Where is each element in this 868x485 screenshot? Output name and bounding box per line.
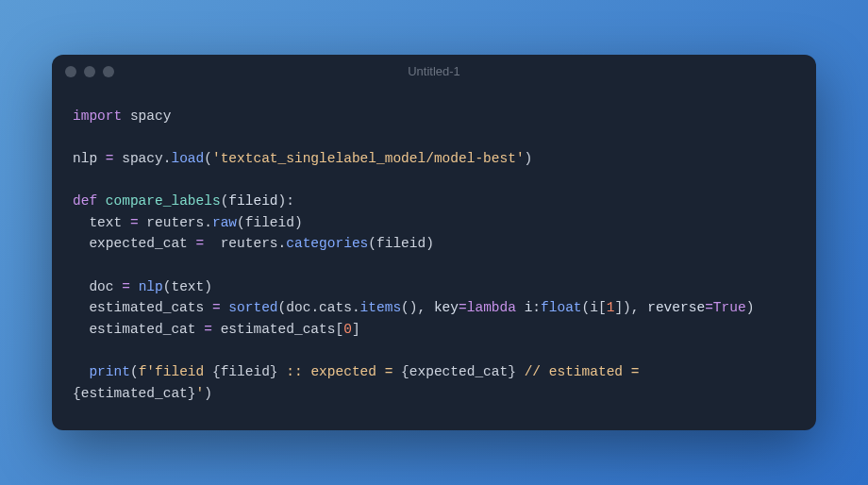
module-ref: spacy (114, 151, 163, 166)
dot: . (352, 300, 360, 315)
op: = (106, 151, 114, 166)
var: reuters (204, 236, 277, 251)
args: (doc (278, 300, 311, 315)
fstring-expr: {fileid} (212, 364, 278, 379)
kwarg: key (434, 300, 459, 315)
op: = (212, 300, 221, 315)
kw-def: def (73, 193, 97, 209)
op: = (130, 215, 139, 230)
dot: . (204, 215, 212, 230)
number: 0 (343, 322, 352, 337)
param: fileid (228, 193, 277, 209)
paren: ( (130, 364, 139, 379)
var: nlp (73, 151, 106, 166)
maximize-icon[interactable] (103, 66, 114, 77)
fn-call: load (171, 151, 204, 166)
space (516, 300, 525, 315)
op: = (459, 300, 467, 315)
editor-window: Untitled-1 import spacy nlp = spacy.load… (52, 55, 816, 431)
indent (73, 364, 89, 379)
var: reuters (139, 215, 205, 230)
space (97, 193, 106, 209)
colon: : (532, 300, 541, 315)
space (130, 279, 139, 294)
args: ]), (614, 300, 647, 315)
dot: . (310, 300, 319, 315)
titlebar: Untitled-1 (52, 55, 816, 89)
fn-name: compare_labels (106, 193, 221, 209)
code-content[interactable]: import spacy nlp = spacy.load('textcat_s… (52, 89, 816, 431)
paren: ) (204, 386, 212, 401)
fn-call: categories (286, 236, 368, 251)
kw-lambda: lambda (467, 300, 516, 315)
builtin: sorted (228, 300, 277, 315)
fstring: :: expected = (278, 364, 402, 379)
var: text (73, 215, 130, 230)
op: = (705, 300, 713, 315)
var: doc (73, 279, 122, 294)
fn-call: nlp (139, 279, 163, 294)
paren: ) (525, 151, 533, 166)
args: (fileid) (237, 215, 303, 230)
kw-import: import (73, 109, 122, 124)
builtin: float (541, 300, 582, 315)
paren: ) (746, 300, 755, 315)
args: (text) (163, 279, 212, 294)
paren: ( (204, 151, 212, 166)
close-icon[interactable] (65, 66, 76, 77)
string: 'textcat_singlelabel_model/model-best' (212, 151, 525, 166)
fn-call: raw (212, 215, 237, 230)
minimize-icon[interactable] (84, 66, 95, 77)
fstring-expr: {estimated_cat} (73, 386, 196, 401)
bracket: ] (352, 322, 360, 337)
fstring: // estimated = (516, 364, 647, 379)
var: estimated_cats (73, 300, 212, 315)
module-name: spacy (122, 109, 171, 124)
kw-true: True (713, 300, 746, 315)
builtin: print (89, 364, 130, 379)
args: (i[ (582, 300, 607, 315)
attr: cats (319, 300, 352, 315)
fn-call: items (360, 300, 402, 315)
fstring: f'fileid (139, 364, 212, 379)
kwarg: reverse (647, 300, 705, 315)
op: = (196, 236, 205, 251)
op: = (204, 322, 212, 337)
traffic-lights (65, 66, 114, 77)
op: = (122, 279, 130, 294)
fstring-expr: {expected_cat} (401, 364, 516, 379)
args: (), (401, 300, 434, 315)
var: estimated_cats[ (212, 322, 343, 337)
dot: . (278, 236, 287, 251)
var: estimated_cat (73, 322, 204, 337)
paren: ): (278, 193, 294, 209)
var: expected_cat (73, 236, 196, 251)
args: (fileid) (368, 236, 434, 251)
fstring: ' (196, 386, 205, 401)
window-title: Untitled-1 (52, 64, 816, 78)
